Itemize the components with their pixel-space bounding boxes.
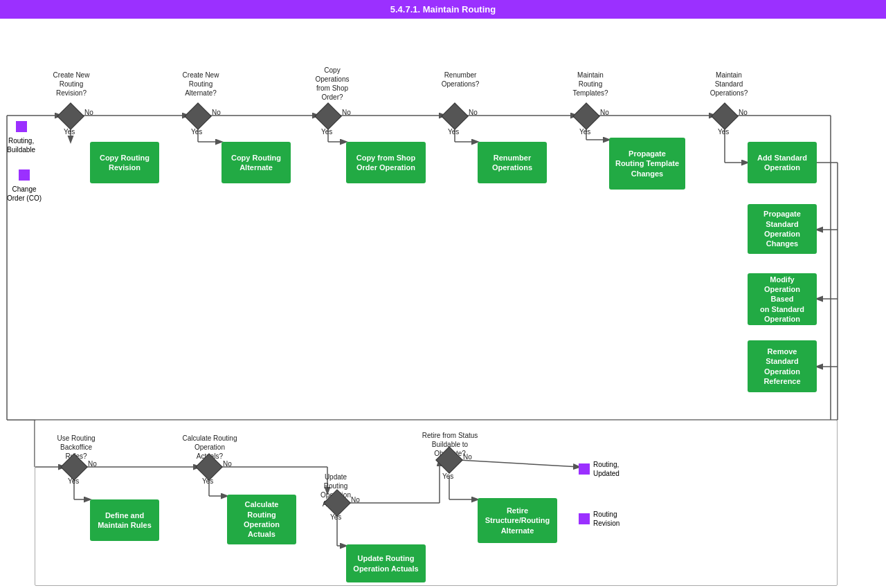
yn-d1-no: No (84, 109, 93, 116)
yn-d4-no: No (469, 109, 478, 116)
process-copy-routing-revision[interactable]: Copy RoutingRevision (90, 142, 159, 183)
yn-db1-no: No (88, 460, 97, 468)
process-remove-std-op-ref[interactable]: RemoveStandardOperationReference (748, 340, 817, 392)
yn-db2-yes: Yes (202, 477, 213, 485)
yn-d1-yes: Yes (64, 128, 75, 136)
yn-db4-no: No (463, 453, 472, 461)
yn-db4-yes: Yes (442, 472, 453, 480)
yn-d5-yes: Yes (579, 128, 590, 136)
change-order-icon (19, 169, 30, 181)
output-routing-revision: RoutingRevision (579, 510, 620, 528)
diagram-container: Routing,Buildable ChangeOrder (CO) Creat… (0, 19, 886, 588)
yn-d4-yes: Yes (448, 128, 459, 136)
change-order-label: ChangeOrder (CO) (7, 185, 42, 203)
title-text: 5.4.7.1. Maintain Routing (390, 4, 496, 15)
yn-d6-no: No (739, 109, 748, 116)
decision-create-routing-alternate: Create NewRoutingAlternate? (170, 71, 232, 98)
decision-create-routing-revision: Create NewRoutingRevision? (40, 71, 102, 98)
decision-maintain-routing-templates: MaintainRoutingTemplates? (559, 71, 622, 98)
routing-buildable-label: Routing,Buildable (7, 136, 35, 154)
routing-updated-icon (579, 463, 590, 475)
yn-db2-no: No (223, 460, 232, 468)
process-copy-shop-order-op[interactable]: Copy from ShopOrder Operation (346, 142, 426, 183)
diamond-db2 (199, 457, 219, 477)
decision-copy-ops-shop: CopyOperationsfrom ShopOrder? (298, 66, 367, 102)
title-bar: 5.4.7.1. Maintain Routing (0, 0, 886, 19)
yn-d5-no: No (600, 109, 609, 116)
process-define-maintain-rules[interactable]: Define andMaintain Rules (90, 499, 159, 541)
decision-maintain-std-ops: MaintainStandardOperations? (698, 71, 760, 98)
process-retire-structure[interactable]: RetireStructure/RoutingAlternate (478, 498, 557, 543)
yn-db1-yes: Yes (68, 477, 79, 485)
process-add-standard-op[interactable]: Add StandardOperation (748, 142, 817, 183)
process-copy-routing-alternate[interactable]: Copy RoutingAlternate (222, 142, 291, 183)
diamond-db3 (327, 493, 347, 513)
process-propagate-std-op-changes[interactable]: PropagateStandardOperationChanges (748, 204, 817, 254)
diamond-db4 (440, 450, 459, 470)
legend-change-order: ChangeOrder (CO) (7, 169, 42, 203)
routing-revision-icon (579, 513, 590, 524)
diamond-d1 (61, 107, 80, 126)
yn-d2-no: No (212, 109, 221, 116)
diamond-d5 (577, 107, 596, 126)
process-modify-op-std-op[interactable]: ModifyOperation Basedon StandardOperatio… (748, 273, 817, 325)
diamond-d2 (188, 107, 208, 126)
diamond-db1 (64, 457, 84, 477)
process-calculate-routing-op-actuals[interactable]: CalculateRoutingOperationActuals (227, 495, 296, 544)
decision-renumber-ops: RenumberOperations? (429, 71, 491, 89)
diamond-d3 (318, 107, 338, 126)
yn-d2-yes: Yes (191, 128, 202, 136)
legend-routing-buildable: Routing,Buildable (7, 121, 35, 154)
process-update-routing-op-actuals[interactable]: Update RoutingOperation Actuals (346, 544, 426, 582)
yn-d3-no: No (342, 109, 351, 116)
output-routing-updated: Routing,Updated (579, 460, 620, 478)
process-propagate-routing-template[interactable]: PropagateRouting TemplateChanges (609, 138, 685, 190)
process-renumber-ops[interactable]: RenumberOperations (478, 142, 547, 183)
routing-buildable-icon (16, 121, 27, 132)
yn-d6-yes: Yes (718, 128, 729, 136)
yn-d3-yes: Yes (321, 128, 332, 136)
diamond-d4 (445, 107, 464, 126)
diamond-d6 (715, 107, 734, 126)
yn-db3-yes: Yes (330, 513, 341, 521)
yn-db3-no: No (351, 496, 360, 504)
